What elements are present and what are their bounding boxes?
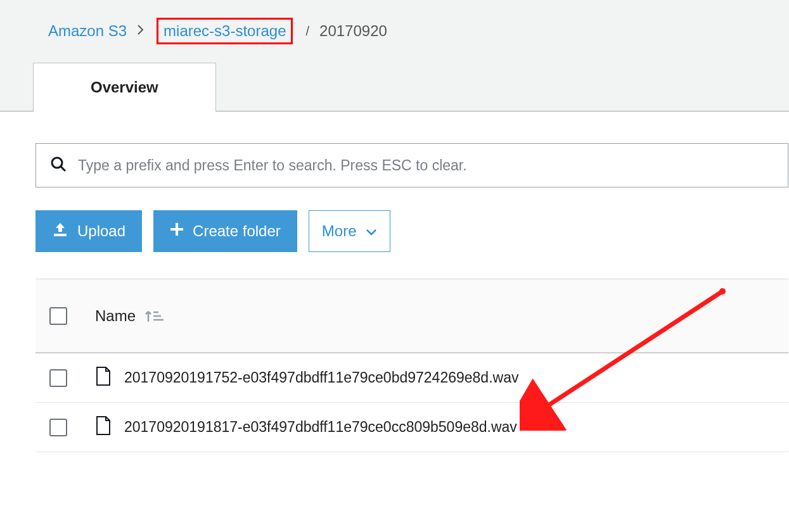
breadcrumb-root[interactable]: Amazon S3 xyxy=(48,22,127,40)
breadcrumb: Amazon S3 miarec-s3-storage / 20170920 xyxy=(0,0,789,57)
file-icon xyxy=(95,366,112,390)
upload-button-label: Upload xyxy=(77,222,125,240)
svg-rect-2 xyxy=(54,234,67,236)
search-input[interactable] xyxy=(78,157,774,174)
object-table: Name 20170920191752-e03f497dbdff11e79ce0… xyxy=(35,279,788,452)
upload-icon xyxy=(52,222,68,241)
tabs-row: Overview xyxy=(0,62,789,111)
file-name: 20170920191752-e03f497dbdff11e79ce0bd972… xyxy=(124,369,518,386)
annotation-highlight-box: miarec-s3-storage xyxy=(157,18,293,44)
tab-overview[interactable]: Overview xyxy=(33,63,216,111)
svg-rect-4 xyxy=(170,228,183,231)
plus-icon xyxy=(170,222,184,240)
search-icon xyxy=(50,156,67,175)
row-checkbox[interactable] xyxy=(49,419,67,436)
content-area: Upload Create folder More Name xyxy=(0,111,789,532)
row-checkbox[interactable] xyxy=(49,369,67,387)
table-row[interactable]: 20170920191752-e03f497dbdff11e79ce0bd972… xyxy=(35,353,788,403)
more-button[interactable]: More xyxy=(309,210,390,252)
more-button-label: More xyxy=(322,222,357,240)
chevron-down-icon xyxy=(366,222,377,240)
sort-icon xyxy=(144,308,164,324)
chevron-right-icon xyxy=(133,24,148,39)
upload-button[interactable]: Upload xyxy=(35,210,142,252)
name-column-header[interactable]: Name xyxy=(95,307,164,325)
search-bar[interactable] xyxy=(35,143,788,187)
table-row[interactable]: 20170920191817-e03f497dbdff11e79ce0cc809… xyxy=(35,403,788,452)
file-icon xyxy=(95,415,112,440)
breadcrumb-current-folder: 20170920 xyxy=(319,22,387,40)
select-all-checkbox[interactable] xyxy=(49,307,67,325)
breadcrumb-separator: / xyxy=(302,24,313,39)
svg-point-0 xyxy=(52,158,62,168)
create-folder-button[interactable]: Create folder xyxy=(153,210,297,252)
toolbar: Upload Create folder More xyxy=(35,210,789,252)
breadcrumb-bucket[interactable]: miarec-s3-storage xyxy=(164,22,286,39)
name-column-label: Name xyxy=(95,307,136,325)
table-header: Name xyxy=(35,279,788,353)
svg-line-1 xyxy=(61,167,65,171)
create-folder-button-label: Create folder xyxy=(193,222,281,240)
file-name: 20170920191817-e03f497dbdff11e79ce0cc809… xyxy=(124,419,517,436)
